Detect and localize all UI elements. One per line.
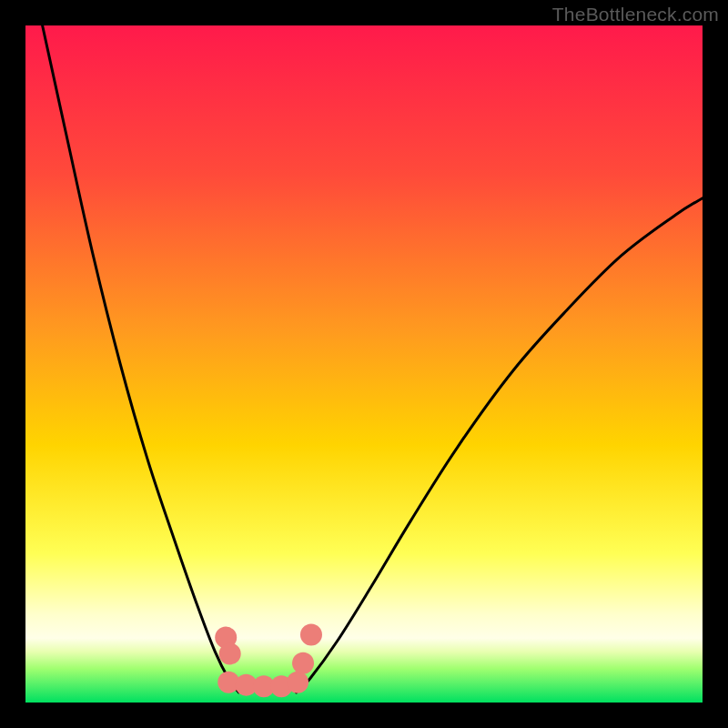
valley-dot-7 <box>292 652 314 674</box>
valley-dot-1 <box>219 642 241 664</box>
outer-frame: TheBottleneck.com <box>0 0 728 728</box>
valley-dot-8 <box>300 624 322 646</box>
valley-dot-6 <box>287 672 308 693</box>
chart-svg <box>25 25 703 703</box>
plot-area <box>25 25 703 703</box>
watermark-text: TheBottleneck.com <box>552 4 719 25</box>
